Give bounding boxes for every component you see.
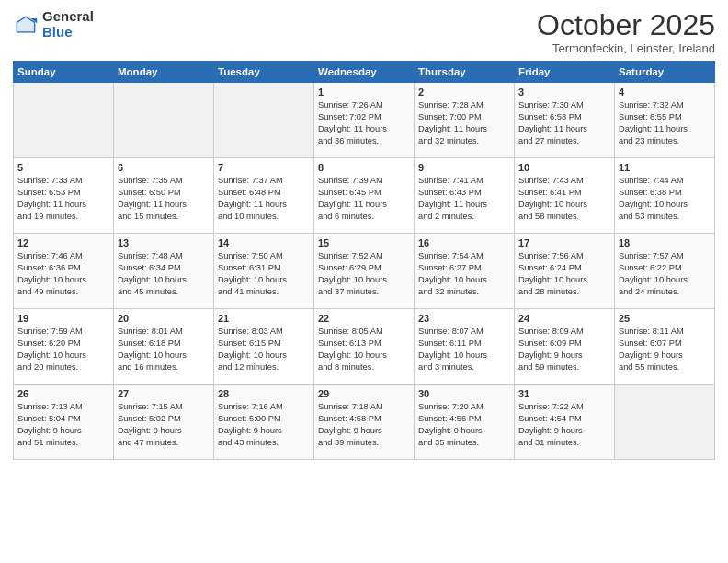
day-header: Tuesday bbox=[214, 62, 314, 83]
calendar-cell: 29Sunrise: 7:18 AM Sunset: 4:58 PM Dayli… bbox=[314, 385, 415, 460]
day-header: Friday bbox=[515, 62, 615, 83]
cell-content: Sunrise: 8:11 AM Sunset: 6:07 PM Dayligh… bbox=[619, 326, 711, 373]
day-number: 1 bbox=[318, 86, 410, 98]
logo-blue-text: Blue bbox=[42, 25, 94, 40]
calendar-cell: 28Sunrise: 7:16 AM Sunset: 5:00 PM Dayli… bbox=[214, 385, 314, 460]
calendar-cell: 26Sunrise: 7:13 AM Sunset: 5:04 PM Dayli… bbox=[14, 385, 114, 460]
cell-content: Sunrise: 7:13 AM Sunset: 5:04 PM Dayligh… bbox=[17, 401, 109, 449]
cell-content: Sunrise: 7:44 AM Sunset: 6:38 PM Dayligh… bbox=[619, 175, 711, 223]
logo: General Blue bbox=[13, 9, 94, 40]
day-header: Sunday bbox=[14, 62, 114, 83]
cell-content: Sunrise: 7:18 AM Sunset: 4:58 PM Dayligh… bbox=[318, 401, 410, 449]
day-number: 2 bbox=[418, 86, 510, 98]
day-header: Wednesday bbox=[314, 62, 415, 83]
calendar-cell: 10Sunrise: 7:43 AM Sunset: 6:41 PM Dayli… bbox=[515, 158, 615, 234]
calendar-cell: 17Sunrise: 7:56 AM Sunset: 6:24 PM Dayli… bbox=[515, 234, 615, 309]
calendar-cell: 23Sunrise: 8:07 AM Sunset: 6:11 PM Dayli… bbox=[415, 309, 515, 385]
cell-content: Sunrise: 7:16 AM Sunset: 5:00 PM Dayligh… bbox=[218, 401, 310, 449]
day-number: 3 bbox=[518, 86, 610, 98]
day-number: 29 bbox=[318, 388, 410, 399]
cell-content: Sunrise: 7:43 AM Sunset: 6:41 PM Dayligh… bbox=[518, 175, 610, 223]
calendar-cell: 6Sunrise: 7:35 AM Sunset: 6:50 PM Daylig… bbox=[114, 158, 214, 234]
day-number: 16 bbox=[418, 237, 510, 248]
day-number: 8 bbox=[318, 162, 410, 173]
day-number: 23 bbox=[418, 313, 510, 324]
cell-content: Sunrise: 7:15 AM Sunset: 5:02 PM Dayligh… bbox=[118, 401, 210, 449]
day-number: 26 bbox=[17, 388, 109, 399]
cell-content: Sunrise: 7:22 AM Sunset: 4:54 PM Dayligh… bbox=[518, 401, 610, 449]
calendar-cell: 15Sunrise: 7:52 AM Sunset: 6:29 PM Dayli… bbox=[314, 234, 415, 309]
day-number: 5 bbox=[17, 162, 109, 173]
calendar-cell bbox=[214, 83, 314, 158]
cell-content: Sunrise: 8:09 AM Sunset: 6:09 PM Dayligh… bbox=[518, 326, 610, 373]
calendar-cell: 14Sunrise: 7:50 AM Sunset: 6:31 PM Dayli… bbox=[214, 234, 314, 309]
day-number: 20 bbox=[118, 313, 210, 324]
calendar-cell: 12Sunrise: 7:46 AM Sunset: 6:36 PM Dayli… bbox=[14, 234, 114, 309]
cell-content: Sunrise: 7:37 AM Sunset: 6:48 PM Dayligh… bbox=[218, 175, 310, 223]
calendar-week-row: 19Sunrise: 7:59 AM Sunset: 6:20 PM Dayli… bbox=[14, 309, 715, 385]
calendar-cell: 25Sunrise: 8:11 AM Sunset: 6:07 PM Dayli… bbox=[615, 309, 715, 385]
logo-icon bbox=[13, 12, 39, 38]
cell-content: Sunrise: 7:32 AM Sunset: 6:55 PM Dayligh… bbox=[619, 99, 711, 147]
calendar-cell: 8Sunrise: 7:39 AM Sunset: 6:45 PM Daylig… bbox=[314, 158, 415, 234]
day-number: 18 bbox=[619, 237, 711, 248]
calendar-cell: 30Sunrise: 7:20 AM Sunset: 4:56 PM Dayli… bbox=[415, 385, 515, 460]
day-number: 25 bbox=[619, 313, 711, 324]
calendar-cell: 20Sunrise: 8:01 AM Sunset: 6:18 PM Dayli… bbox=[114, 309, 214, 385]
day-number: 4 bbox=[619, 86, 711, 98]
calendar-cell: 27Sunrise: 7:15 AM Sunset: 5:02 PM Dayli… bbox=[114, 385, 214, 460]
calendar-cell: 7Sunrise: 7:37 AM Sunset: 6:48 PM Daylig… bbox=[214, 158, 314, 234]
cell-content: Sunrise: 7:50 AM Sunset: 6:31 PM Dayligh… bbox=[218, 250, 310, 298]
cell-content: Sunrise: 7:56 AM Sunset: 6:24 PM Dayligh… bbox=[518, 250, 610, 298]
cell-content: Sunrise: 7:39 AM Sunset: 6:45 PM Dayligh… bbox=[318, 175, 410, 223]
calendar-cell: 22Sunrise: 8:05 AM Sunset: 6:13 PM Dayli… bbox=[314, 309, 415, 385]
day-number: 15 bbox=[318, 237, 410, 248]
calendar-cell: 1Sunrise: 7:26 AM Sunset: 7:02 PM Daylig… bbox=[314, 83, 415, 158]
month-title: October 2025 bbox=[537, 9, 715, 41]
cell-content: Sunrise: 7:54 AM Sunset: 6:27 PM Dayligh… bbox=[418, 250, 510, 298]
calendar-cell: 24Sunrise: 8:09 AM Sunset: 6:09 PM Dayli… bbox=[515, 309, 615, 385]
cell-content: Sunrise: 7:41 AM Sunset: 6:43 PM Dayligh… bbox=[418, 175, 510, 223]
cell-content: Sunrise: 7:35 AM Sunset: 6:50 PM Dayligh… bbox=[118, 175, 210, 223]
calendar-cell: 2Sunrise: 7:28 AM Sunset: 7:00 PM Daylig… bbox=[415, 83, 515, 158]
day-number: 22 bbox=[318, 313, 410, 324]
day-number: 31 bbox=[518, 388, 610, 399]
logo-general-text: General bbox=[42, 9, 94, 25]
cell-content: Sunrise: 7:59 AM Sunset: 6:20 PM Dayligh… bbox=[17, 326, 109, 373]
day-number: 11 bbox=[619, 162, 711, 173]
location-subtitle: Termonfeckin, Leinster, Ireland bbox=[537, 41, 715, 55]
logo-text: General Blue bbox=[42, 9, 94, 40]
day-number: 27 bbox=[118, 388, 210, 399]
cell-content: Sunrise: 7:30 AM Sunset: 6:58 PM Dayligh… bbox=[518, 99, 610, 147]
day-header: Saturday bbox=[615, 62, 715, 83]
cell-content: Sunrise: 7:46 AM Sunset: 6:36 PM Dayligh… bbox=[17, 250, 109, 298]
calendar-week-row: 12Sunrise: 7:46 AM Sunset: 6:36 PM Dayli… bbox=[14, 234, 715, 309]
day-header: Monday bbox=[114, 62, 214, 83]
day-number: 21 bbox=[218, 313, 310, 324]
day-number: 19 bbox=[17, 313, 109, 324]
cell-content: Sunrise: 8:03 AM Sunset: 6:15 PM Dayligh… bbox=[218, 326, 310, 373]
header-row: SundayMondayTuesdayWednesdayThursdayFrid… bbox=[14, 62, 715, 83]
cell-content: Sunrise: 7:33 AM Sunset: 6:53 PM Dayligh… bbox=[17, 175, 109, 223]
calendar-cell: 19Sunrise: 7:59 AM Sunset: 6:20 PM Dayli… bbox=[14, 309, 114, 385]
day-number: 28 bbox=[218, 388, 310, 399]
day-number: 13 bbox=[118, 237, 210, 248]
cell-content: Sunrise: 8:01 AM Sunset: 6:18 PM Dayligh… bbox=[118, 326, 210, 373]
cell-content: Sunrise: 8:07 AM Sunset: 6:11 PM Dayligh… bbox=[418, 326, 510, 373]
svg-marker-0 bbox=[17, 15, 36, 32]
cell-content: Sunrise: 7:26 AM Sunset: 7:02 PM Dayligh… bbox=[318, 99, 410, 147]
day-number: 10 bbox=[518, 162, 610, 173]
page-container: General Blue October 2025 Termonfeckin, … bbox=[0, 0, 728, 467]
day-number: 6 bbox=[118, 162, 210, 173]
cell-content: Sunrise: 8:05 AM Sunset: 6:13 PM Dayligh… bbox=[318, 326, 410, 373]
day-number: 14 bbox=[218, 237, 310, 248]
day-number: 9 bbox=[418, 162, 510, 173]
cell-content: Sunrise: 7:20 AM Sunset: 4:56 PM Dayligh… bbox=[418, 401, 510, 449]
calendar-cell: 11Sunrise: 7:44 AM Sunset: 6:38 PM Dayli… bbox=[615, 158, 715, 234]
day-number: 30 bbox=[418, 388, 510, 399]
calendar-week-row: 1Sunrise: 7:26 AM Sunset: 7:02 PM Daylig… bbox=[14, 83, 715, 158]
day-number: 7 bbox=[218, 162, 310, 173]
day-number: 12 bbox=[17, 237, 109, 248]
calendar-cell: 21Sunrise: 8:03 AM Sunset: 6:15 PM Dayli… bbox=[214, 309, 314, 385]
day-header: Thursday bbox=[415, 62, 515, 83]
